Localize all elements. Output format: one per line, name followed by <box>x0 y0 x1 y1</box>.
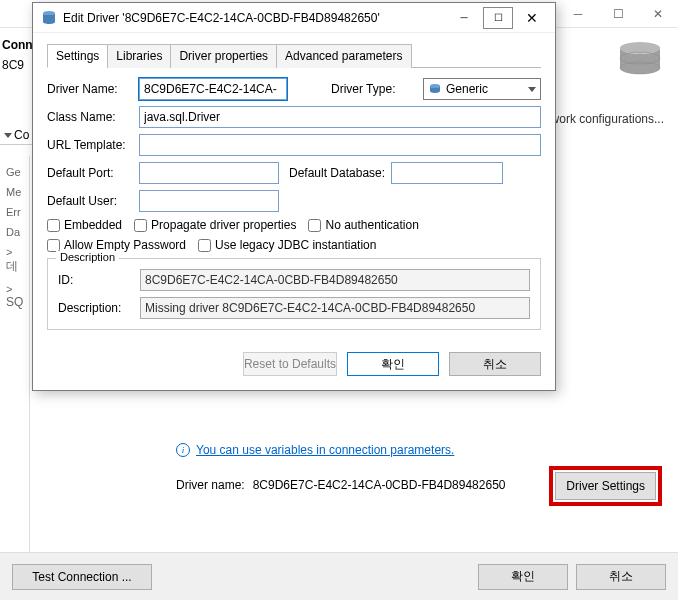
tab-settings[interactable]: Settings <box>47 44 108 68</box>
default-database-input[interactable] <box>391 162 503 184</box>
left-tree: Ge Me Err Da > 데 > SQ <box>0 156 30 600</box>
tab-libraries[interactable]: Libraries <box>107 44 171 68</box>
default-user-input[interactable] <box>139 190 279 212</box>
info-link[interactable]: i You can use variables in connection pa… <box>176 443 454 457</box>
id-field: 8C9D6E7C-E4C2-14CA-0CBD-FB4D89482650 <box>140 269 530 291</box>
tree-item[interactable]: Me <box>0 182 29 202</box>
driver-name-input[interactable] <box>139 78 287 100</box>
driver-type-label: Driver Type: <box>331 82 417 96</box>
close-icon[interactable]: ✕ <box>638 0 678 28</box>
test-connection-button[interactable]: Test Connection ... <box>12 564 152 590</box>
page-subtitle: 8C9 <box>2 58 24 72</box>
description-field: Missing driver 8C9D6E7C-E4C2-14CA-0CBD-F… <box>140 297 530 319</box>
description-label: Description: <box>58 301 134 315</box>
edit-driver-dialog: Edit Driver '8C9D6E7C-E4C2-14CA-0CBD-FB4… <box>32 2 556 391</box>
page-title: Conn <box>2 38 33 52</box>
driver-type-select[interactable]: Generic <box>423 78 541 100</box>
tab-advanced[interactable]: Advanced parameters <box>276 44 411 68</box>
cancel-button[interactable]: 취소 <box>576 564 666 590</box>
default-port-input[interactable] <box>139 162 279 184</box>
dialog-close-icon[interactable]: ✕ <box>517 7 547 29</box>
no-auth-check[interactable]: No authentication <box>308 218 418 232</box>
description-legend: Description <box>56 251 119 263</box>
tree-item[interactable]: Ge <box>0 162 29 182</box>
chevron-down-icon <box>528 87 536 92</box>
default-port-label: Default Port: <box>47 166 133 180</box>
default-user-label: Default User: <box>47 194 133 208</box>
dialog-minimize-icon[interactable]: ─ <box>449 7 479 29</box>
id-label: ID: <box>58 273 134 287</box>
database-small-icon <box>41 10 57 26</box>
url-template-input[interactable] <box>139 134 541 156</box>
svg-point-3 <box>43 11 55 15</box>
propagate-check[interactable]: Propagate driver properties <box>134 218 296 232</box>
driver-name-label: Driver name: <box>176 478 245 492</box>
driver-name-field-label: Driver Name: <box>47 82 133 96</box>
dialog-titlebar: Edit Driver '8C9D6E7C-E4C2-14CA-0CBD-FB4… <box>33 3 555 33</box>
minimize-icon[interactable]: ─ <box>558 0 598 28</box>
dialog-ok-button[interactable]: 확인 <box>347 352 439 376</box>
ok-button[interactable]: 확인 <box>478 564 568 590</box>
dialog-body: Settings Libraries Driver properties Adv… <box>33 33 555 390</box>
dialog-title: Edit Driver '8C9D6E7C-E4C2-14CA-0CBD-FB4… <box>63 11 445 25</box>
options-row-2: Allow Empty Password Use legacy JDBC ins… <box>47 238 541 252</box>
tree-item[interactable]: > 데 <box>0 242 29 279</box>
driver-name-row: Driver name: 8C9D6E7C-E4C2-14CA-0CBD-FB4… <box>176 478 505 492</box>
dialog-tabs: Settings Libraries Driver properties Adv… <box>47 43 541 68</box>
reset-defaults-button[interactable]: Reset to Defaults <box>243 352 337 376</box>
class-name-label: Class Name: <box>47 110 133 124</box>
tree-item[interactable]: > SQ <box>0 279 29 313</box>
class-name-input[interactable] <box>139 106 541 128</box>
driver-settings-button[interactable]: Driver Settings <box>555 472 656 500</box>
network-config-link[interactable]: etwork configurations... <box>541 112 664 126</box>
default-database-label: Default Database: <box>289 166 385 180</box>
info-icon: i <box>176 443 190 457</box>
driver-settings-highlight: Driver Settings <box>549 466 662 506</box>
parent-button-bar: Test Connection ... 확인 취소 <box>0 552 678 600</box>
dialog-button-bar: Reset to Defaults 확인 취소 <box>47 352 541 376</box>
url-template-label: URL Template: <box>47 138 133 152</box>
embedded-check[interactable]: Embedded <box>47 218 122 232</box>
dialog-cancel-button[interactable]: 취소 <box>449 352 541 376</box>
legacy-jdbc-check[interactable]: Use legacy JDBC instantiation <box>198 238 376 252</box>
tree-item[interactable]: Da <box>0 222 29 242</box>
tab-driver-properties[interactable]: Driver properties <box>170 44 277 68</box>
maximize-icon[interactable]: ☐ <box>598 0 638 28</box>
info-text: You can use variables in connection para… <box>196 443 454 457</box>
database-icon <box>616 40 664 80</box>
tree-item[interactable]: Err <box>0 202 29 222</box>
options-row: Embedded Propagate driver properties No … <box>47 218 541 232</box>
driver-name-value: 8C9D6E7C-E4C2-14CA-0CBD-FB4D89482650 <box>253 478 506 492</box>
conn-tab[interactable]: Co <box>0 126 33 145</box>
dialog-maximize-icon[interactable]: ☐ <box>483 7 513 29</box>
description-group: Description ID: 8C9D6E7C-E4C2-14CA-0CBD-… <box>47 258 541 330</box>
generic-driver-icon <box>428 83 442 95</box>
empty-password-check[interactable]: Allow Empty Password <box>47 238 186 252</box>
svg-point-4 <box>430 84 440 88</box>
